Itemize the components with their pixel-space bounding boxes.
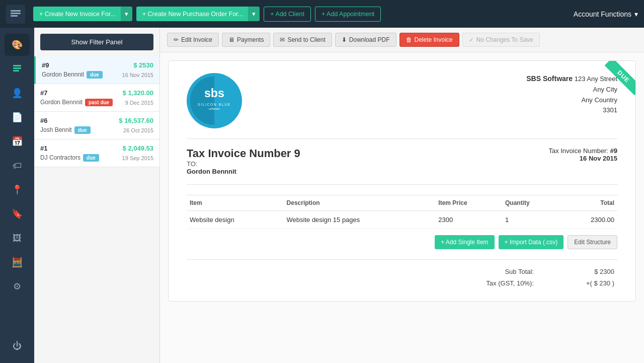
main-wrapper: Show Filter Panel #9 $ 2530 Gordon Bennn…	[34, 28, 644, 363]
sidebar-item-clients[interactable]: 👤	[5, 82, 30, 104]
show-filter-panel-button[interactable]: Show Filter Panel	[40, 34, 153, 50]
sidebar-item-templates[interactable]: 🏷	[5, 155, 30, 177]
invoice-client-name: Gordon Bennnit	[187, 168, 300, 175]
invoice-meta-number: Tax Invoice Number: #9	[548, 147, 617, 155]
invoice-amount: $ 2,049.53	[123, 144, 153, 152]
payments-button[interactable]: 🖥 Payments	[222, 33, 270, 47]
sidebar-item-dashboard[interactable]: 🎨	[5, 34, 30, 56]
invoice-amount: $ 16,537.60	[119, 117, 153, 124]
col-item: Item	[187, 195, 284, 211]
add-appointment-button[interactable]: + Add Appointment	[315, 7, 381, 22]
create-po-dropdown-arrow[interactable]: ▾	[248, 7, 260, 21]
invoice-date: 9 Dec 2015	[125, 100, 153, 106]
add-single-item-button[interactable]: + Add Single Item	[435, 235, 494, 249]
invoice-list-item[interactable]: #9 $ 2530 Gordon Bennnitdue 16 Nov 2015	[34, 56, 159, 84]
invoice-date: 16 Nov 2015	[122, 72, 153, 78]
invoice-to: TO: Gordon Bennnit	[187, 160, 300, 175]
sidebar-item-gallery[interactable]: 🖼	[5, 227, 30, 249]
send-icon: ✉	[280, 36, 285, 43]
invoice-list-item[interactable]: #1 $ 2,049.53 DJ Contractorsdue 19 Sep 2…	[34, 139, 159, 167]
sidebar-item-logout[interactable]: ⏻	[5, 335, 30, 357]
tax-row: Tax (GST, 10%): +( $ 230 )	[187, 277, 617, 289]
item-name: Website design	[187, 211, 284, 229]
account-functions-menu[interactable]: Account Functions ▾	[574, 10, 638, 18]
trash-icon: 🗑	[406, 36, 412, 43]
col-quantity: Quantity	[502, 195, 560, 211]
delete-invoice-button[interactable]: 🗑 Delete Invoice	[399, 33, 459, 47]
svg-text:SILICON BLUE: SILICON BLUE	[198, 103, 231, 106]
edit-icon: ✏	[174, 36, 179, 43]
invoice-date: 19 Sep 2015	[122, 155, 153, 161]
company-address: SBS Software 123 Any Street Any City Any…	[526, 73, 617, 116]
send-to-client-button[interactable]: ✉ Send to Client	[273, 33, 332, 47]
top-nav: + Create New Invoice For... ▾ + Create N…	[0, 0, 644, 28]
invoice-meta-date: 16 Nov 2015	[548, 155, 617, 162]
tax-label: Tax (GST, 10%):	[468, 279, 534, 287]
svg-rect-2	[11, 15, 18, 17]
filter-btn-wrap: Show Filter Panel	[34, 28, 159, 56]
sidebar-item-calendar[interactable]: 📅	[5, 130, 30, 153]
create-invoice-button[interactable]: + Create New Invoice For... ▾	[33, 7, 132, 21]
svg-rect-3	[13, 65, 21, 66]
sidebar-item-invoices[interactable]	[5, 58, 30, 80]
col-description: Description	[284, 195, 436, 211]
item-quantity: 1	[502, 211, 560, 229]
table-row: Website design Website design 15 pages 2…	[187, 211, 617, 229]
sidebar-item-orders[interactable]: 📄	[5, 106, 30, 128]
col-price: Item Price	[435, 195, 502, 211]
invoice-body: DUE sbs SILICON BLUE software S	[168, 60, 636, 302]
sidebar-item-help[interactable]: ⚙	[5, 275, 30, 298]
invoice-header-row: sbs SILICON BLUE software SBS Software 1…	[187, 73, 617, 128]
svg-text:software: software	[209, 107, 220, 110]
payments-icon: 🖥	[228, 36, 234, 43]
sidebar-item-tags[interactable]: 🔖	[5, 203, 30, 225]
company-postcode: 3301	[603, 106, 617, 114]
item-price: 2300	[435, 211, 502, 229]
company-street: 123 Any Street	[575, 75, 617, 83]
invoice-client: Gordon Bennnitdue	[42, 71, 103, 79]
subtotal-value: $ 2300	[574, 268, 614, 275]
edit-structure-button[interactable]: Edit Structure	[568, 235, 617, 249]
svg-rect-4	[13, 67, 21, 69]
invoice-title-row: Tax Invoice Number 9 TO: Gordon Bennnit …	[187, 147, 617, 176]
company-logo: sbs SILICON BLUE software	[187, 73, 242, 128]
create-po-button[interactable]: + Create New Purchase Order For... ▾	[136, 7, 260, 21]
check-icon: ✓	[469, 36, 474, 43]
col-total: Total	[560, 195, 617, 211]
subtotal-row: Sub Total: $ 2300	[187, 266, 617, 277]
invoice-amount: $ 1,320.00	[123, 89, 153, 97]
create-invoice-dropdown-arrow[interactable]: ▾	[121, 7, 132, 21]
svg-rect-1	[11, 13, 21, 14]
sidebar: 🎨 👤 📄 📅 🏷 📍 🔖 🖼 🧮 ⚙ ⏻	[0, 28, 34, 363]
invoice-list-item[interactable]: #7 $ 1,320.00 Gordon Bennnitpast due 9 D…	[34, 84, 159, 112]
company-country: Any Country	[581, 96, 617, 104]
invoice-list-item[interactable]: #6 $ 16,537.60 Josh Bennitdue 26 Oct 201…	[34, 112, 159, 139]
sidebar-item-locations[interactable]: 📍	[5, 179, 30, 201]
items-actions: + Add Single Item + Import Data (.csv) E…	[187, 229, 617, 255]
item-total: 2300.00	[560, 211, 617, 229]
svg-rect-0	[11, 10, 21, 12]
svg-text:sbs: sbs	[204, 87, 224, 100]
svg-rect-5	[13, 70, 19, 71]
totals-section: Sub Total: $ 2300 Tax (GST, 10%): +( $ 2…	[187, 259, 617, 289]
invoice-divider-2	[187, 184, 617, 185]
status-badge: past due	[85, 99, 113, 106]
download-pdf-button[interactable]: ⬇ Download PDF	[335, 33, 396, 47]
add-client-button[interactable]: + Add Client	[264, 7, 311, 22]
sidebar-item-calculator[interactable]: 🧮	[5, 251, 30, 273]
tax-value: +( $ 230 )	[574, 279, 614, 287]
download-icon: ⬇	[342, 36, 347, 43]
invoice-client: Gordon Bennnitpast due	[40, 99, 113, 106]
app-logo	[6, 5, 25, 24]
invoice-detail-panel: ✏ Edit Invoice 🖥 Payments ✉ Send to Clie…	[160, 28, 644, 363]
invoice-toolbar: ✏ Edit Invoice 🖥 Payments ✉ Send to Clie…	[160, 28, 644, 52]
invoice-client: Josh Bennitdue	[40, 126, 91, 134]
edit-invoice-button[interactable]: ✏ Edit Invoice	[167, 33, 219, 47]
status-badge: due	[74, 126, 91, 134]
invoice-number: #9	[42, 61, 49, 69]
import-csv-button[interactable]: + Import Data (.csv)	[499, 235, 564, 249]
invoice-number: #7	[40, 89, 47, 97]
invoice-amount: $ 2530	[133, 61, 153, 69]
status-badge: due	[83, 154, 99, 162]
company-city: Any City	[593, 86, 617, 93]
